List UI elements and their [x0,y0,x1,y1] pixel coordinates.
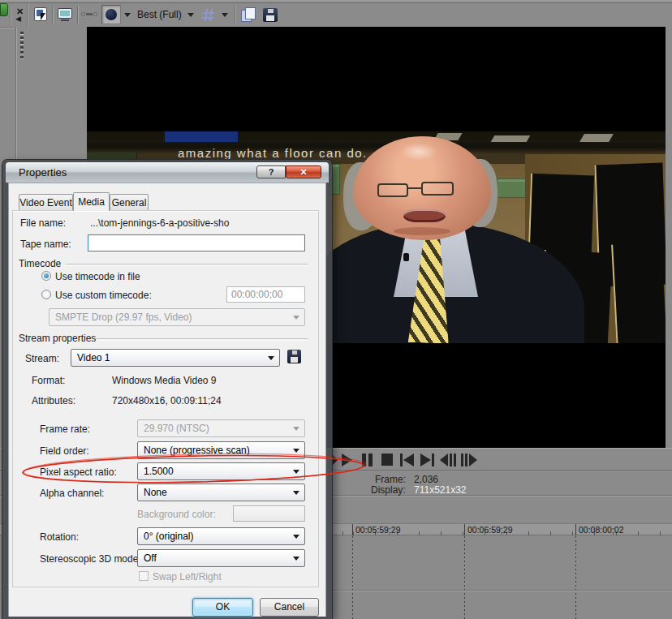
toolbar-separator [52,6,54,24]
pause-button[interactable] [361,454,377,467]
go-to-end-button[interactable] [420,454,437,467]
toolbar-separator [27,3,28,27]
stream-value: Video 1 [77,352,110,363]
close-button[interactable]: ✕ [286,165,321,178]
frame-rate-dropdown[interactable]: 29.970 (NTSC) [137,419,305,437]
field-order-value: None (progressive scan) [144,445,250,456]
toolbar-separator [10,6,11,24]
ok-button[interactable]: OK [192,598,253,617]
stop-button[interactable] [381,454,397,467]
chevron-down-icon [293,491,299,495]
corner-app-icon [0,3,8,16]
store-sign [165,131,238,142]
alpha-channel-dropdown[interactable]: None [137,484,305,501]
chevron-down-icon [293,449,299,453]
bar-shape [461,454,463,466]
file-name-label: File name: [20,217,66,229]
triangle-shape [403,454,414,466]
custom-timecode-input[interactable] [226,286,305,303]
tick-label: 00:06:59;29 [467,525,512,535]
tab-media[interactable]: Media [73,192,110,211]
timecode-format-value: SMPTE Drop (29.97 fps, Video) [55,312,192,323]
preview-quality-label[interactable]: Best (Full) [137,9,182,20]
preview-toolbar: ✕ ◀ Best (Full) [0,0,672,27]
stream-label: Stream: [25,353,59,364]
previous-frame-button[interactable] [440,454,456,467]
tick-label: 00:05:59;29 [355,525,400,535]
green-sign [497,178,529,198]
dock-collapse-icon[interactable]: ◀ [15,15,21,23]
tab-video-event[interactable]: Video Event [19,194,73,211]
stereoscopic-mode-label: Stereoscopic 3D mode: [40,553,141,565]
use-timecode-label[interactable]: Use timecode in file [55,271,140,282]
format-label: Format: [32,375,65,386]
gridline [575,536,576,619]
toolbar-separator [235,6,236,24]
frame-rate-label: Frame rate: [40,423,90,435]
major-tick [464,524,465,535]
glasses-lens [377,183,408,197]
chevron-down-icon[interactable] [187,13,194,17]
floppy-shutter-shape [268,9,274,13]
field-order-label: Field order: [40,445,89,457]
display-value: 711x521x32 [414,484,467,496]
page-shape [245,7,256,19]
frame-value: 2,036 [414,474,438,485]
chevron-down-icon [293,535,299,539]
display-label: Display: [371,484,406,496]
overlay-grid-icon[interactable] [200,6,218,24]
use-timecode-radio[interactable] [41,271,51,281]
field-order-dropdown[interactable]: None (progressive scan) [137,441,305,459]
next-frame-button[interactable] [461,454,477,467]
split-screen-view-icon[interactable] [81,6,99,24]
help-button[interactable]: ? [256,165,286,178]
chevron-down-icon [293,557,299,561]
save-snapshot-icon[interactable] [262,6,280,24]
dialog-body: Video Event Media General File name: ...… [8,183,326,617]
cancel-button[interactable]: Cancel [260,598,319,617]
tab-general[interactable]: General [110,194,149,211]
pixel-aspect-ratio-value: 1.5000 [144,466,174,477]
external-monitor-icon[interactable] [32,6,50,24]
use-custom-timecode-radio[interactable] [41,290,51,299]
node-shape [93,12,97,16]
chevron-down-icon [293,470,299,474]
use-custom-timecode-label[interactable]: Use custom timecode: [55,290,152,301]
chevron-down-icon[interactable] [124,13,131,17]
swap-left-right-label: Swap Left/Right [153,571,222,582]
frame-rate-value: 29.970 (NTSC) [144,423,209,434]
pixel-aspect-ratio-dropdown[interactable]: 1.5000 [137,462,305,480]
group-divider [66,264,308,265]
toolbar-top-divider [0,2,672,3]
timecode-format-dropdown[interactable]: SMPTE Drop (29.97 fps, Video) [49,308,305,326]
copy-snapshot-icon[interactable] [240,6,258,24]
save-stream-icon[interactable] [286,350,303,364]
light-glint [579,134,614,142]
timecode-group-label: Timecode [19,258,61,269]
dialog-title: Properties [19,166,67,178]
stereoscopic-mode-dropdown[interactable]: Off [137,549,305,567]
play-button[interactable] [342,454,358,467]
triangle-shape [420,454,431,466]
chevron-down-icon[interactable] [222,13,228,17]
bar-shape [432,454,434,466]
preview-quality-icon[interactable] [101,5,121,24]
rotation-dropdown[interactable]: 0° (original) [137,527,305,545]
dialog-title-bar[interactable]: Properties ? ✕ [6,162,329,183]
background-color-swatch[interactable] [233,505,305,522]
lavalier-mic [403,253,409,261]
flooring-board [611,242,666,343]
glasses-lens [421,182,454,196]
gridline [352,536,353,619]
rotation-value: 0° (original) [144,531,194,542]
tape-name-input[interactable] [88,234,305,251]
video-preview-icon[interactable] [57,6,75,24]
properties-dialog: Properties ? ✕ Video Event Media General… [2,160,332,619]
pause-icon [368,454,373,466]
go-to-start-button[interactable] [400,454,416,467]
stereoscopic-mode-value: Off [144,552,157,564]
swap-left-right-checkbox[interactable] [139,571,149,581]
attributes-value: 720x480x16, 00:09:11;24 [112,395,222,406]
stream-dropdown[interactable]: Video 1 [71,349,280,367]
drag-grip-handle[interactable] [20,32,24,59]
